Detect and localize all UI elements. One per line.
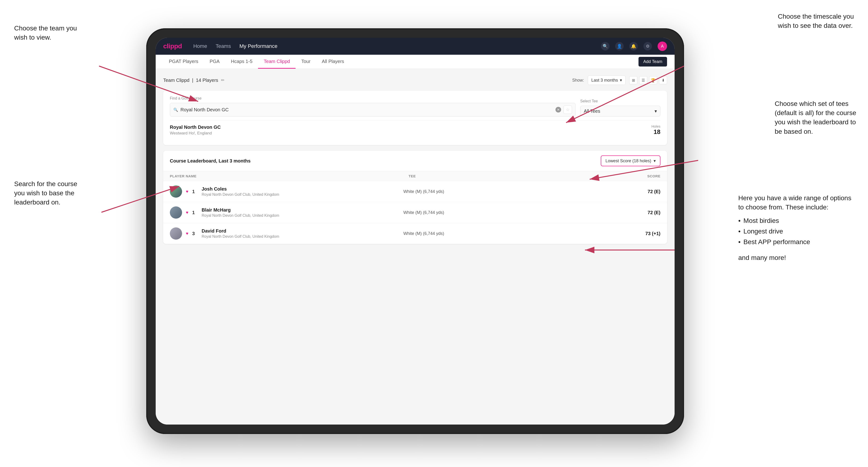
player-avatar-1 — [170, 185, 182, 198]
player-name-1: Josh Coles — [202, 186, 279, 192]
clear-search-button[interactable]: ✕ — [555, 107, 561, 113]
col-tee: TEE — [408, 174, 647, 178]
leaderboard-header: Course Leaderboard, Last 3 months Lowest… — [163, 151, 667, 171]
leaderboard-title: Course Leaderboard, Last 3 months — [170, 158, 250, 164]
annotation-bottom-left: Search for the course you wish to base t… — [14, 179, 78, 207]
sub-nav-tour[interactable]: Tour — [296, 55, 316, 69]
course-search-input[interactable] — [181, 107, 553, 113]
nav-teams[interactable]: Teams — [216, 43, 231, 49]
player-info-1: Josh Coles Royal North Devon Golf Club, … — [202, 186, 279, 197]
tablet-frame: clippd Home Teams My Performance 🔍 👤 🔔 ⚙… — [146, 28, 684, 434]
grid-view-button[interactable]: ⊞ — [629, 76, 637, 84]
player-club-1: Royal North Devon Golf Club, United King… — [202, 192, 279, 197]
col-player-name: PLAYER NAME — [170, 174, 408, 178]
table-row: ♥ 1 Josh Coles Royal North Devon Golf Cl… — [163, 181, 667, 202]
nav-my-performance[interactable]: My Performance — [239, 43, 277, 49]
score-cell-1: 72 (E) — [637, 189, 660, 194]
course-info: Royal North Devon GC Westward Ho!, Engla… — [170, 125, 221, 135]
team-header: Team Clippd | 14 Players ✏ Show: Last 3 … — [163, 75, 667, 85]
leaderboard-card: Course Leaderboard, Last 3 months Lowest… — [163, 151, 667, 244]
course-search-card: Find a Golf Course 🔍 ✕ ☆ Select Tee All … — [163, 91, 667, 145]
favorite-heart-icon-1[interactable]: ♥ — [186, 189, 188, 194]
avatar-icon[interactable]: A — [658, 41, 667, 51]
add-team-button[interactable]: Add Team — [639, 57, 667, 66]
player-avatar-2 — [170, 206, 182, 219]
player-rank-2: 1 — [192, 210, 198, 215]
player-club-3: Royal North Devon Golf Club, United King… — [202, 235, 279, 239]
chevron-down-icon: ▾ — [620, 77, 622, 83]
holes-badge: Holes 18 — [651, 124, 660, 135]
score-type-dropdown[interactable]: Lowest Score (18 holes) ▾ — [601, 155, 660, 166]
favorite-heart-icon-3[interactable]: ♥ — [186, 231, 188, 236]
holes-number: 18 — [651, 128, 660, 135]
nav-bar: clippd Home Teams My Performance 🔍 👤 🔔 ⚙… — [156, 38, 675, 55]
nav-home[interactable]: Home — [193, 43, 207, 49]
search-row: Find a Golf Course 🔍 ✕ ☆ Select Tee All … — [170, 96, 660, 117]
favorite-button[interactable]: ☆ — [563, 105, 572, 114]
options-list: Most birdies Longest drive Best APP perf… — [738, 216, 856, 247]
nav-links: Home Teams My Performance — [193, 43, 277, 49]
sub-nav-all-players[interactable]: All Players — [316, 55, 349, 69]
player-club-2: Royal North Devon Golf Club, United King… — [202, 214, 279, 218]
bell-icon[interactable]: 🔔 — [629, 42, 638, 51]
and-more-text: and many more! — [738, 253, 856, 262]
timeframe-dropdown[interactable]: Last 3 months ▾ — [588, 75, 625, 85]
sub-nav: PGAT Players PGA Hcaps 1-5 Team Clippd T… — [156, 55, 675, 69]
player-name-2: Blair McHarg — [202, 207, 279, 213]
list-item: Longest drive — [738, 226, 856, 237]
search-icon: 🔍 — [173, 107, 178, 112]
tee-select-field: Select Tee All Tees ▾ — [580, 99, 660, 117]
tee-chevron-icon: ▾ — [654, 108, 657, 114]
course-search-field: Find a Golf Course 🔍 ✕ ☆ — [170, 96, 576, 117]
favorite-heart-icon-2[interactable]: ♥ — [186, 210, 188, 215]
table-row: ♥ 1 Blair McHarg Royal North Devon Golf … — [163, 202, 667, 223]
score-cell-2: 72 (E) — [637, 210, 660, 215]
course-name: Royal North Devon GC — [170, 125, 221, 130]
show-label: Show: — [572, 78, 584, 83]
find-course-label: Find a Golf Course — [170, 96, 576, 100]
list-view-button[interactable]: ☰ — [639, 76, 647, 84]
table-row: ♥ 3 David Ford Royal North Devon Golf Cl… — [163, 223, 667, 244]
player-rank-3: 3 — [192, 231, 198, 236]
view-toggles: ⊞ ☰ 🏆 ⬇ — [629, 76, 667, 84]
tee-cell-3: White (M) (6,744 yds) — [403, 231, 637, 236]
player-avatar-3 — [170, 227, 182, 240]
select-tee-label: Select Tee — [580, 99, 660, 103]
player-cell-3: ♥ 3 David Ford Royal North Devon Golf Cl… — [170, 227, 403, 240]
tee-cell-2: White (M) (6,744 yds) — [403, 210, 637, 215]
search-icon[interactable]: 🔍 — [601, 42, 610, 51]
player-cell-2: ♥ 1 Blair McHarg Royal North Devon Golf … — [170, 206, 403, 219]
sub-nav-pga[interactable]: PGA — [204, 55, 225, 69]
sub-nav-hcaps[interactable]: Hcaps 1-5 — [225, 55, 258, 69]
course-location: Westward Ho!, England — [170, 131, 221, 135]
tee-cell-1: White (M) (6,744 yds) — [403, 189, 637, 194]
list-item: Most birdies — [738, 216, 856, 226]
nav-right-icons: 🔍 👤 🔔 ⚙ A — [601, 41, 667, 51]
list-item: Best APP performance — [738, 237, 856, 247]
annotation-top-right: Choose the timescale you wish to see the… — [778, 12, 854, 30]
tee-value: All Tees — [584, 108, 600, 114]
user-icon[interactable]: 👤 — [615, 42, 624, 51]
trophy-view-button[interactable]: 🏆 — [649, 76, 657, 84]
leaderboard-columns: PLAYER NAME TEE SCORE — [163, 171, 667, 181]
app-logo: clippd — [163, 42, 182, 50]
tablet-screen: clippd Home Teams My Performance 🔍 👤 🔔 ⚙… — [156, 38, 675, 425]
col-score: SCORE — [647, 174, 660, 178]
sub-nav-team-clippd[interactable]: Team Clippd — [258, 55, 296, 69]
score-type-label: Lowest Score (18 holes) — [606, 158, 651, 163]
main-content: Team Clippd | 14 Players ✏ Show: Last 3 … — [156, 69, 675, 425]
annotation-mid-right: Choose which set of tees (default is all… — [775, 99, 857, 136]
search-input-wrapper: 🔍 ✕ ☆ — [170, 103, 576, 117]
score-chevron-icon: ▾ — [654, 158, 656, 163]
team-title: Team Clippd | 14 Players ✏ — [163, 77, 224, 83]
score-cell-3: 73 (+1) — [637, 231, 660, 236]
team-name-label: Team Clippd | 14 Players — [163, 77, 218, 83]
player-info-2: Blair McHarg Royal North Devon Golf Club… — [202, 207, 279, 218]
settings-icon[interactable]: ⚙ — [644, 42, 652, 51]
edit-icon[interactable]: ✏ — [221, 77, 224, 83]
download-button[interactable]: ⬇ — [659, 76, 667, 84]
course-result: Royal North Devon GC Westward Ho!, Engla… — [170, 120, 660, 139]
sub-nav-pgat[interactable]: PGAT Players — [163, 55, 204, 69]
annotation-bottom-right: Here you have a wide range of options to… — [738, 193, 856, 262]
tee-dropdown[interactable]: All Tees ▾ — [580, 106, 660, 117]
